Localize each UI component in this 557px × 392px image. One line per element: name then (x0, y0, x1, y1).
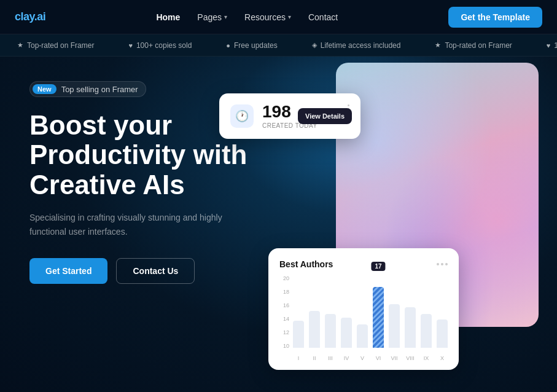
bar-tooltip: 17 (371, 262, 385, 271)
y-axis-label: 18 (279, 289, 289, 295)
hero-subtitle: Specialising in crafting visually stunni… (29, 211, 232, 238)
x-axis-label: VI (373, 355, 384, 361)
hero-buttons: Get Started Contact Us (29, 258, 247, 284)
bar-wrap (437, 275, 448, 348)
bar-wrap (325, 275, 336, 348)
bar-wrap (389, 275, 400, 348)
tick-icon: ♥ (128, 42, 133, 49)
bar (293, 321, 304, 348)
x-labels: IIIIIIIVVVIVIIVIIIIXX (293, 355, 448, 361)
bar-wrap: 17 (373, 275, 384, 348)
nav-links: Home Pages ▾ Resources ▾ Contact (156, 12, 338, 22)
navbar: clay.ai Home Pages ▾ Resources ▾ Contact… (0, 0, 557, 34)
y-axis: 201816141210 (279, 275, 289, 349)
view-details-button[interactable]: View Details (298, 108, 352, 124)
hero-left-content: New Top selling on Framer Boost your Pro… (29, 81, 247, 284)
bar-wrap (421, 275, 432, 348)
bar (421, 314, 432, 348)
contact-us-button[interactable]: Contact Us (116, 258, 195, 284)
nav-pages[interactable]: Pages ▾ (197, 12, 227, 22)
bar-wrap (293, 275, 304, 348)
ticker-item: ◈Lifetime access included (295, 41, 418, 50)
hero-title: Boost your Productivity with Creative AI… (29, 111, 247, 200)
chart-menu-icon (437, 263, 448, 265)
x-axis-label: VII (389, 355, 400, 361)
tick-icon: ♥ (547, 42, 551, 49)
chart-title: Best Authors (279, 259, 333, 269)
bar (341, 318, 352, 348)
tick-icon: ★ (17, 41, 23, 49)
chevron-down-icon: ▾ (224, 14, 227, 20)
ticker-item: ●Free updates (209, 41, 294, 50)
y-axis-label: 14 (279, 316, 289, 322)
hero-right-content: 🕐 198 CREATED TODAY View Details Best Au… (293, 63, 539, 382)
x-axis-label: VIII (405, 355, 416, 361)
get-started-button[interactable]: Get Started (29, 258, 107, 284)
y-axis-label: 20 (279, 275, 289, 281)
y-axis-label: 12 (279, 329, 289, 335)
x-axis-label: III (325, 355, 336, 361)
ticker-item: ★Top-rated on Framer (418, 41, 529, 50)
chart-area: 201816141210 17 IIIIIIIVVVIVIIVIIIIXX (279, 275, 448, 361)
badge-new-label: New (33, 84, 56, 94)
bar-wrap (341, 275, 352, 348)
stats-card: 🕐 198 CREATED TODAY View Details (219, 93, 360, 139)
bar (325, 314, 336, 348)
y-axis-label: 10 (279, 343, 289, 349)
nav-contact[interactable]: Contact (308, 12, 338, 22)
logo: clay.ai (15, 10, 45, 23)
nav-home[interactable]: Home (156, 12, 180, 22)
ticker-track: ★Top-rated on Framer♥100+ copies sold●Fr… (0, 41, 557, 50)
clock-icon: 🕐 (230, 104, 254, 128)
tick-icon: ● (226, 42, 230, 49)
bar (389, 304, 400, 348)
x-axis-label: IV (341, 355, 352, 361)
bar (437, 319, 448, 348)
ticker-item: ★Top-rated on Framer (0, 41, 111, 50)
ticker-bar: ★Top-rated on Framer♥100+ copies sold●Fr… (0, 34, 557, 57)
bar-wrap (405, 275, 416, 348)
active-bar (373, 287, 384, 348)
chart-header: Best Authors (279, 259, 448, 269)
get-template-button[interactable]: Get the Template (448, 7, 542, 28)
tick-icon: ◈ (312, 41, 317, 49)
x-axis-label: IX (421, 355, 432, 361)
bars-container: 17 (293, 275, 448, 349)
badge-description: Top selling on Framer (61, 85, 138, 94)
tick-icon: ★ (435, 41, 441, 49)
bar (405, 307, 416, 348)
ticker-item: ♥100+ copies sold (111, 41, 209, 50)
bar (309, 311, 320, 348)
bar-wrap (357, 275, 368, 348)
hero-section: New Top selling on Framer Boost your Pro… (0, 57, 557, 392)
ticker-item: ♥100+ copies sold (529, 41, 557, 50)
x-axis-label: X (437, 355, 448, 361)
hero-badge: New Top selling on Framer (29, 81, 146, 97)
chart-card: Best Authors 201816141210 17 IIIIIIIVVVI… (268, 248, 459, 370)
x-axis-label: V (357, 355, 368, 361)
bar (357, 324, 368, 348)
y-axis-label: 16 (279, 302, 289, 308)
bar-wrap (309, 275, 320, 348)
chevron-down-icon: ▾ (288, 14, 291, 20)
x-axis-label: I (293, 355, 304, 361)
nav-resources[interactable]: Resources ▾ (244, 12, 291, 22)
x-axis-label: II (309, 355, 320, 361)
